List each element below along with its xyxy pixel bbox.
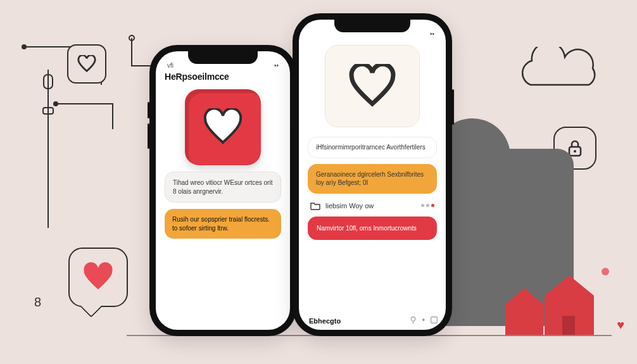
app-header: HeRpsoeilmcce xyxy=(156,70,290,85)
phone-mockup-left: vfi •• HeRpsoeilmcce Tihad wreo vitiocr … xyxy=(149,45,296,336)
phone-mockup-right: •• iHfsinormimrporitrarncec Avorthfertil… xyxy=(293,13,452,336)
bottom-label: Ebhecgto xyxy=(309,317,341,325)
decor-heart-badge xyxy=(67,44,106,84)
square-icon xyxy=(430,316,438,324)
pin-icon xyxy=(409,316,417,324)
decor-houses xyxy=(505,265,600,335)
hero-tile[interactable] xyxy=(325,45,420,127)
alert-card-text: Namvirtor 10fl, oms Inmortucrownts xyxy=(317,225,417,232)
app-icon-tile[interactable] xyxy=(185,89,261,165)
list-item-text: iHfsinormimrporitrarncec Avorthfertilers xyxy=(316,144,426,151)
phone-notch xyxy=(334,20,410,32)
decor-digit: 8 xyxy=(34,295,41,310)
bottom-icons: • xyxy=(409,316,438,325)
status-left: vfi xyxy=(167,62,173,69)
app-title: HeRpsoeilmcce xyxy=(165,72,229,82)
folder-icon xyxy=(310,201,320,211)
list-item[interactable]: iHfsinormimrporitrarncec Avorthfertilers xyxy=(308,137,437,158)
decor-vertical-slider xyxy=(42,70,54,228)
svg-point-11 xyxy=(411,317,415,322)
svg-rect-12 xyxy=(431,317,438,323)
promo-card[interactable]: Rusih our sopsprier traial flocrests. to… xyxy=(165,209,281,239)
row-dots xyxy=(421,204,434,207)
alert-card[interactable]: Namvirtor 10fl, oms Inmortucrownts xyxy=(308,217,437,241)
heart-icon xyxy=(77,55,96,73)
heart-icon xyxy=(348,64,397,108)
heart-icon xyxy=(82,262,115,292)
status-right-icons: •• xyxy=(430,30,434,37)
phone-notch xyxy=(188,51,258,64)
decor-heart-speech-bubble xyxy=(68,248,128,307)
svg-point-0 xyxy=(22,44,27,49)
cloud-icon xyxy=(512,47,607,97)
status-right-icons: •• xyxy=(274,62,279,69)
heart-icon: ♥ xyxy=(617,318,624,332)
decor-dot xyxy=(602,268,609,275)
list-item-highlight[interactable]: Geranaoinece dgircelerh Sexbnifbrites lo… xyxy=(308,164,437,194)
list-row-label: liebsim Woy ow xyxy=(325,202,374,210)
info-card[interactable]: Tihad wreo vitiocr WEsur ortces orit 8 o… xyxy=(165,172,281,203)
promo-card-text: Rusih our sopsprier traial flocrests. to… xyxy=(172,216,270,232)
list-item-text: Geranaoinece dgircelerh Sexbnifbrites lo… xyxy=(316,171,424,187)
info-card-text: Tihad wreo vitiocr WEsur ortces orit 8 o… xyxy=(173,179,272,195)
heart-icon xyxy=(202,108,244,146)
list-row[interactable]: liebsim Woy ow xyxy=(308,199,437,211)
svg-point-8 xyxy=(574,150,576,153)
